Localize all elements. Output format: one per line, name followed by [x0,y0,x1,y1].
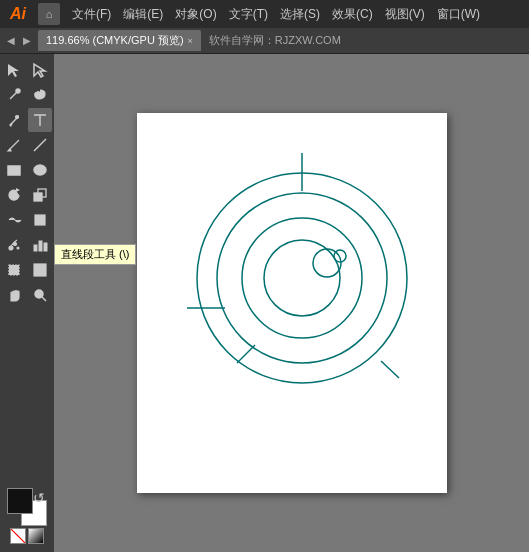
rectangle-tool[interactable] [2,158,26,182]
canvas-area [54,54,529,552]
gradient-swatch[interactable] [28,528,44,544]
home-icon[interactable]: ⌂ [38,3,60,25]
app-logo: Ai [4,5,32,23]
tab-arrow-right[interactable]: ▶ [20,34,34,47]
tab-arrows: ◀ ▶ [4,34,34,47]
tool-row-8 [2,233,52,257]
svg-point-22 [35,290,43,298]
artwork [177,123,427,443]
svg-point-7 [34,165,46,175]
main-area: 直线段工具 (\) ↺ [0,54,529,552]
tool-row-3 [2,108,52,132]
artboard [137,113,447,493]
svg-point-2 [16,116,19,119]
foreground-color-swatch[interactable] [7,488,33,514]
tab-close-button[interactable]: × [188,36,193,46]
rotate-tool[interactable] [2,183,26,207]
svg-point-26 [242,218,362,338]
svg-point-11 [38,218,43,223]
tab-arrow-left[interactable]: ◀ [4,34,18,47]
pen-tool[interactable] [2,108,26,132]
lasso-tool[interactable] [28,83,52,107]
tool-row-7 [2,208,52,232]
svg-rect-16 [39,241,42,251]
svg-line-33 [237,345,255,363]
menu-bar: Ai ⌂ 文件(F) 编辑(E) 对象(O) 文字(T) 选择(S) 效果(C)… [0,0,529,28]
svg-line-31 [381,361,399,378]
symbol-sprayer-tool[interactable] [2,233,26,257]
hand-tool[interactable] [2,283,26,307]
tool-row-6 [2,183,52,207]
tab-website: 软件自学网：RJZXW.COM [209,33,341,48]
tool-row-10 [2,283,52,307]
warp-tool[interactable] [2,208,26,232]
svg-line-5 [34,139,46,151]
tab-active[interactable]: 119.66% (CMYK/GPU 预览) × [38,30,201,51]
color-swatches: ↺ [7,488,47,526]
magic-wand-tool[interactable] [2,83,26,107]
svg-point-24 [197,173,407,383]
svg-point-1 [16,89,20,93]
toolbar: 直线段工具 (\) ↺ [0,54,54,552]
menu-effect[interactable]: 效果(C) [326,4,379,25]
tool-row-9 [2,258,52,282]
svg-line-23 [42,297,46,301]
menu-select[interactable]: 选择(S) [274,4,326,25]
swatch-options-row [10,528,44,544]
artboard-tool[interactable] [2,258,26,282]
selection-tool[interactable] [2,58,26,82]
menu-object[interactable]: 对象(O) [169,4,222,25]
svg-rect-18 [9,265,19,275]
menu-items: 文件(F) 编辑(E) 对象(O) 文字(T) 选择(S) 效果(C) 视图(V… [66,4,486,25]
tab-bar: ◀ ▶ 119.66% (CMYK/GPU 预览) × 软件自学网：RJZXW.… [0,28,529,54]
direct-selection-tool[interactable] [28,58,52,82]
scale-tool[interactable] [28,183,52,207]
reset-colors-icon[interactable]: ↺ [33,490,45,506]
line-segment-tool[interactable] [28,133,52,157]
menu-window[interactable]: 窗口(W) [431,4,486,25]
tab-zoom-info: 119.66% (CMYK/GPU 预览) [46,33,184,48]
no-color-swatch[interactable] [10,528,26,544]
svg-rect-6 [8,166,20,175]
menu-file[interactable]: 文件(F) [66,4,117,25]
svg-rect-17 [44,243,47,251]
tool-row-4 [2,133,52,157]
type-on-path-tool[interactable] [2,133,26,157]
slice-tool[interactable] [28,258,52,282]
ellipse-tool[interactable] [28,158,52,182]
svg-point-12 [9,246,13,250]
column-graph-tool[interactable] [28,233,52,257]
zoom-tool[interactable] [28,283,52,307]
svg-point-27 [264,240,340,316]
type-tool[interactable] [28,108,52,132]
menu-view[interactable]: 视图(V) [379,4,431,25]
svg-rect-15 [34,245,37,251]
color-section: ↺ [2,484,52,548]
tool-row-1 [2,58,52,82]
menu-edit[interactable]: 编辑(E) [117,4,169,25]
menu-text[interactable]: 文字(T) [223,4,274,25]
tool-row-5 [2,158,52,182]
reshape-tool[interactable] [28,208,52,232]
tool-row-2 [2,83,52,107]
svg-point-14 [17,247,19,249]
